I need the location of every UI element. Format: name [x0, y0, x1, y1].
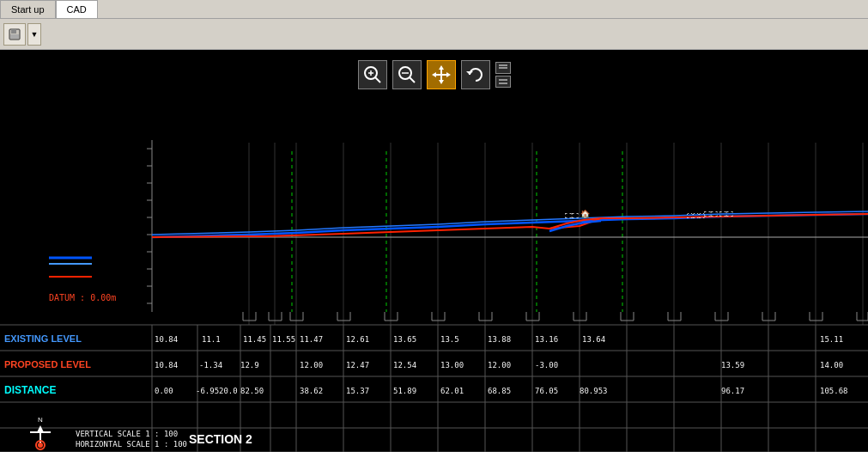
svg-text:⛶⛶: ⛶⛶ — [719, 211, 733, 218]
svg-text:-1.34: -1.34 — [199, 361, 222, 370]
svg-text:15.11: 15.11 — [820, 335, 843, 344]
svg-text:VERTICAL SCALE  1 : 100: VERTICAL SCALE 1 : 100 — [76, 430, 178, 438]
svg-text:12.54: 12.54 — [393, 361, 416, 370]
zoom-in-small-button[interactable] — [495, 62, 511, 74]
svg-text:82.50: 82.50 — [240, 387, 264, 395]
svg-text:DATUM : 0.00m: DATUM : 0.00m — [49, 293, 116, 302]
zoom-out-small-button[interactable] — [495, 76, 511, 88]
svg-text:12.00: 12.00 — [300, 361, 323, 370]
svg-text:13.5: 13.5 — [440, 335, 459, 344]
svg-marker-126 — [446, 72, 451, 77]
svg-text:EXISTING LEVEL: EXISTING LEVEL — [4, 333, 82, 344]
svg-text:11.1: 11.1 — [202, 335, 221, 344]
svg-text:⛶⛶: ⛶⛶ — [565, 212, 579, 220]
svg-text:🏠: 🏠 — [580, 209, 591, 219]
svg-rect-1 — [11, 29, 16, 34]
tab-startup[interactable]: Start up — [0, 0, 56, 18]
svg-text:96.17: 96.17 — [721, 387, 744, 395]
svg-text:12.00: 12.00 — [488, 361, 511, 370]
svg-text:SECTION 2: SECTION 2 — [189, 432, 252, 446]
svg-text:10.84: 10.84 — [155, 361, 178, 370]
svg-text:12.9: 12.9 — [240, 361, 259, 370]
svg-line-115 — [375, 77, 380, 82]
chart-svg: DATUM : 0.00m ⛶⛶ 🏠 ⛶⛶⛶ ⛶⛶ ⛶⛶ — [0, 50, 868, 452]
svg-text:13.88: 13.88 — [488, 335, 511, 344]
cad-area: DATUM : 0.00m ⛶⛶ 🏠 ⛶⛶⛶ ⛶⛶ ⛶⛶ — [0, 50, 868, 452]
svg-text:12.47: 12.47 — [346, 361, 369, 370]
undo-button[interactable] — [461, 60, 490, 89]
svg-text:⛶⛶: ⛶⛶ — [704, 211, 718, 218]
svg-text:10.84: 10.84 — [155, 335, 178, 344]
svg-text:⛶⛶⛶: ⛶⛶⛶ — [687, 213, 705, 219]
svg-marker-123 — [439, 65, 444, 70]
svg-marker-125 — [432, 72, 436, 77]
svg-rect-2 — [10, 34, 19, 39]
svg-text:12.61: 12.61 — [346, 335, 369, 344]
title-bar: Start up CAD — [0, 0, 868, 19]
svg-text:105.68: 105.68 — [820, 387, 848, 395]
svg-marker-127 — [466, 71, 473, 75]
svg-text:62.01: 62.01 — [440, 387, 464, 395]
svg-text:15.37: 15.37 — [346, 387, 369, 395]
svg-point-112 — [38, 443, 43, 448]
svg-text:-3.00: -3.00 — [535, 361, 558, 370]
svg-text:-6.95: -6.95 — [196, 387, 219, 395]
svg-text:13.65: 13.65 — [393, 335, 416, 344]
svg-marker-124 — [439, 80, 444, 84]
tab-cad[interactable]: CAD — [56, 0, 98, 18]
svg-text:14.00: 14.00 — [820, 361, 843, 370]
svg-text:0.00: 0.00 — [155, 387, 173, 395]
svg-text:38.62: 38.62 — [300, 387, 323, 395]
svg-text:20.0: 20.0 — [219, 387, 238, 395]
svg-text:11.45: 11.45 — [243, 335, 266, 344]
zoom-window-button[interactable] — [358, 60, 387, 89]
svg-text:13.59: 13.59 — [721, 361, 744, 370]
svg-text:PROPOSED LEVEL: PROPOSED LEVEL — [4, 359, 91, 370]
svg-text:68.85: 68.85 — [488, 387, 511, 395]
svg-text:11.47: 11.47 — [300, 335, 323, 344]
svg-text:11.55: 11.55 — [272, 335, 295, 344]
cad-toolbar — [0, 60, 868, 89]
svg-text:13.16: 13.16 — [535, 335, 558, 344]
svg-text:HORIZONTAL SCALE  1 : 100: HORIZONTAL SCALE 1 : 100 — [76, 440, 187, 449]
svg-text:13.00: 13.00 — [440, 361, 464, 370]
pan-button[interactable] — [427, 60, 456, 89]
svg-text:80.953: 80.953 — [580, 387, 608, 395]
save-button[interactable] — [3, 23, 26, 46]
svg-text:51.89: 51.89 — [393, 387, 416, 395]
svg-line-119 — [410, 77, 415, 82]
svg-text:DISTANCE: DISTANCE — [4, 384, 56, 396]
save-dropdown[interactable]: ▼ — [27, 23, 41, 46]
svg-text:76.05: 76.05 — [535, 387, 558, 395]
zoom-extents-button[interactable] — [392, 60, 422, 89]
svg-text:13.64: 13.64 — [582, 335, 605, 344]
main-toolbar: ▼ — [0, 19, 868, 50]
svg-text:N: N — [38, 416, 43, 424]
